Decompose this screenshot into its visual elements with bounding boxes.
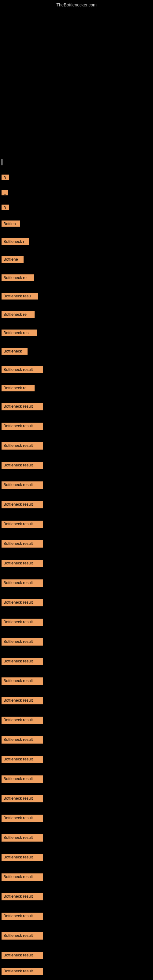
bottleneck-result-item: Bottleneck result: [2, 560, 43, 567]
bottleneck-result-item: Bottleneck result: [2, 873, 43, 881]
bottleneck-result-item: Bottleneck result: [2, 952, 43, 959]
bottleneck-result-item: Bottleneck result: [2, 619, 43, 626]
bottleneck-result-item: Bottleneck result: [2, 678, 43, 685]
bottleneck-result-item: Bottleneck result: [2, 932, 43, 940]
bottleneck-result-item: Bottleneck result: [2, 540, 43, 547]
site-title: TheBottlenecker.com: [56, 2, 97, 7]
bottleneck-result-item: Bottleneck r: [2, 238, 29, 245]
bottleneck-result-item: Bottleneck result: [2, 968, 43, 975]
bottleneck-result-item: B: [2, 175, 9, 180]
bottleneck-result-item: E: [2, 190, 8, 196]
bottleneck-result-item: Bottleneck result: [2, 403, 43, 410]
bottleneck-result-item: Bottleneck result: [2, 834, 43, 842]
bottleneck-result-item: Bottleneck result: [2, 697, 43, 705]
bottleneck-result-item: Bottleneck res: [2, 329, 37, 336]
bottleneck-result-item: Bottleneck result: [2, 599, 43, 606]
bottleneck-result-item: Bottleneck re: [2, 274, 33, 281]
text-cursor: [2, 159, 2, 165]
bottleneck-result-item: B: [2, 205, 9, 210]
bottleneck-result-item: Bottleneck result: [2, 481, 43, 489]
bottleneck-result-item: Bottleneck result: [2, 462, 43, 469]
bottleneck-result-item: Bottleneck result: [2, 815, 43, 822]
bottleneck-result-item: Bottleneck result: [2, 366, 43, 373]
bottleneck-result-item: Bottleneck result: [2, 520, 43, 528]
bottleneck-result-item: Bottleneck result: [2, 658, 43, 665]
bottleneck-result-item: Bottleneck result: [2, 795, 43, 802]
bottleneck-result-item: Bottleneck result: [2, 736, 43, 744]
bottleneck-result-item: Bottleneck result: [2, 423, 43, 430]
bottleneck-result-item: Bottleneck result: [2, 913, 43, 920]
bottleneck-result-item: Bottleneck result: [2, 638, 43, 646]
bottleneck-result-item: Bottleneck result: [2, 893, 43, 900]
bottleneck-result-item: Bottleneck result: [2, 579, 43, 587]
bottleneck-result-item: Bottleneck result: [2, 442, 43, 450]
bottleneck-result-item: Bottleneck re: [2, 385, 35, 391]
bottleneck-result-item: Bottleneck result: [2, 717, 43, 724]
bottleneck-result-item: Bottleneck result: [2, 775, 43, 783]
bottleneck-result-item: Bottlene: [2, 256, 24, 263]
bottleneck-result-item: Bottleneck resu: [2, 293, 38, 299]
bottleneck-result-item: Bottleneck re: [2, 311, 35, 318]
bottleneck-result-item: Bottleneck result: [2, 501, 43, 508]
bottleneck-result-item: Bottlen: [2, 221, 20, 227]
bottleneck-result-item: Bottleneck result: [2, 854, 43, 861]
bottleneck-result-item: Bottleneck: [2, 348, 27, 355]
bottleneck-result-item: Bottleneck result: [2, 756, 43, 763]
